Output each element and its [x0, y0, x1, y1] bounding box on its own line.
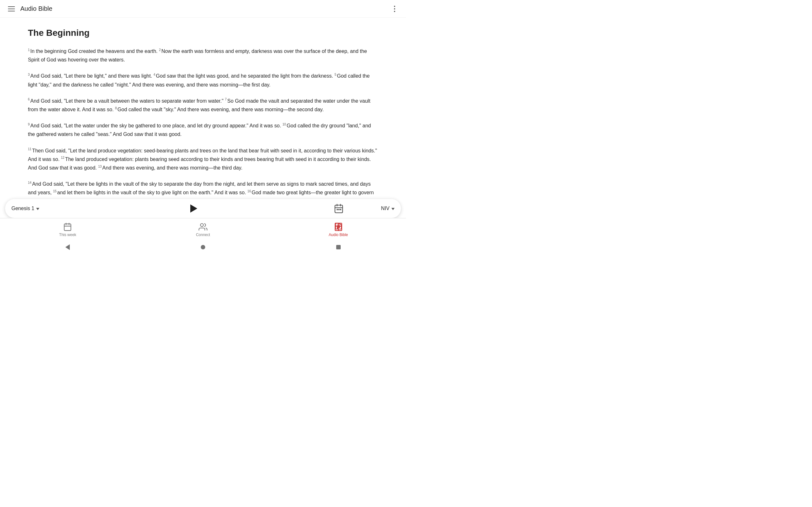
app-bar: Audio Bible [0, 0, 406, 18]
verse-num-8: 8 [115, 107, 117, 110]
verse-num-12: 12 [61, 156, 64, 159]
verse-block-1-2: 1In the beginning God created the heaven… [28, 47, 378, 64]
svg-rect-0 [335, 205, 343, 213]
verse-num-10: 10 [283, 123, 286, 126]
chapter-selector-text: Genesis 1 [11, 206, 34, 211]
svg-rect-5 [339, 209, 340, 210]
svg-rect-4 [337, 209, 338, 210]
verse-num-1: 1 [28, 48, 30, 52]
play-button[interactable] [186, 202, 200, 216]
verse-num-13: 13 [98, 165, 101, 168]
calendar-button[interactable] [334, 204, 344, 214]
nav-item-audio-bible[interactable]: Audio Bible [322, 220, 354, 239]
home-button[interactable] [197, 241, 209, 253]
svg-point-11 [200, 223, 203, 226]
system-navigation [0, 241, 406, 253]
chapter-title: The Beginning [28, 28, 378, 38]
version-selector-text: NIV [381, 206, 390, 211]
calendar-icon [334, 204, 344, 214]
audio-bible-nav-icon [334, 222, 343, 231]
chapter-chevron-icon [36, 208, 39, 210]
verse-num-14: 14 [28, 181, 32, 184]
verse-num-2: 2 [159, 48, 161, 52]
verse-block-9-10: 9And God said, "Let the water under the … [28, 121, 378, 138]
back-arrow-icon [65, 244, 70, 250]
app-title: Audio Bible [20, 5, 388, 12]
verse-block-11-13: 11Then God said, "Let the land produce v… [28, 147, 378, 172]
audio-player-bar: Genesis 1 NIV [5, 199, 401, 218]
verse-num-4: 4 [154, 73, 155, 76]
this-week-label: This week [59, 233, 76, 237]
play-icon [190, 205, 197, 213]
back-button[interactable] [61, 241, 74, 253]
audio-bible-label: Audio Bible [328, 233, 348, 237]
verse-num-16: 16 [247, 189, 251, 193]
svg-rect-7 [64, 224, 71, 230]
connect-icon [199, 222, 207, 231]
more-options-button[interactable] [388, 3, 401, 15]
connect-label: Connect [196, 233, 210, 237]
nav-item-this-week[interactable]: This week [52, 220, 84, 239]
more-vertical-icon [394, 6, 395, 12]
chapter-selector[interactable]: Genesis 1 [11, 206, 53, 211]
verse-num-6: 6 [28, 98, 30, 101]
player-center [53, 202, 334, 216]
version-chevron-icon [392, 208, 395, 210]
svg-rect-6 [340, 209, 341, 210]
verse-num-7: 7 [225, 98, 227, 101]
verse-block-3-5: 3And God said, "Let there be light," and… [28, 72, 378, 89]
nav-item-connect[interactable]: Connect [187, 220, 219, 239]
verse-block-6-8: 6And God said, "Let there be a vault bet… [28, 97, 378, 114]
menu-button[interactable] [5, 3, 18, 15]
verse-num-5: 5 [335, 73, 337, 76]
verse-num-15: 15 [53, 189, 56, 193]
bottom-navigation: This week Connect [0, 218, 406, 241]
verse-num-3: 3 [28, 73, 30, 76]
home-circle-icon [201, 245, 205, 249]
recents-button[interactable] [332, 241, 345, 253]
hamburger-icon [8, 6, 15, 11]
verse-num-11: 11 [28, 147, 32, 151]
content-area: The Beginning 1In the beginning God crea… [0, 18, 406, 218]
version-selector[interactable]: NIV [369, 206, 395, 211]
verse-num-9: 9 [28, 123, 30, 126]
this-week-icon [63, 222, 72, 231]
recents-square-icon [336, 245, 341, 249]
